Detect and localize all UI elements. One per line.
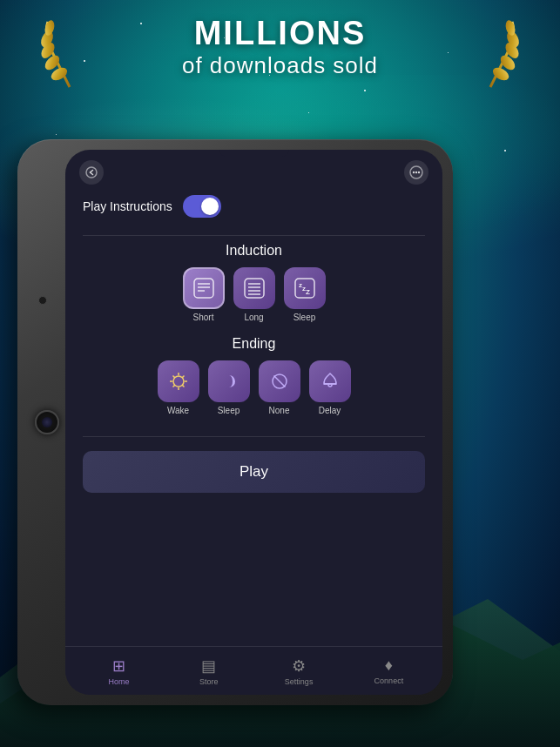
tab-home-icon: ⊞ [112,656,125,676]
divider-1 [83,235,425,236]
induction-short-label: Short [193,313,214,322]
tab-settings-icon: ⚙ [292,656,306,676]
screen-notch [219,150,289,157]
induction-icons: Short Long [83,267,425,322]
svg-point-12 [86,167,97,178]
tab-home-label: Home [109,677,130,686]
back-button[interactable] [79,160,104,185]
tab-connect-label: Connect [374,676,404,685]
ending-delay-button[interactable]: Delay [309,360,351,415]
ending-none-button[interactable]: None [259,360,300,415]
subheadline: of downloads sold [0,52,560,79]
tablet-device: Play Instructions Induction [17,139,453,705]
ending-wake-icon-box [158,360,199,402]
tab-bar: ⊞ Home ▤ Store ⚙ Settings ♦ Connect [65,646,442,695]
tab-store[interactable]: ▤ Store [164,656,253,686]
play-button[interactable]: Play [83,451,425,493]
induction-title: Induction [83,243,425,259]
tab-connect-icon: ♦ [385,656,393,675]
ending-sleep-icon-box [208,360,250,402]
ending-sleep-label: Sleep [218,406,240,415]
svg-line-37 [182,376,184,378]
rear-camera [35,410,59,434]
tab-store-label: Store [199,677,219,686]
more-button[interactable] [404,160,428,185]
ending-wake-button[interactable]: Wake [158,360,199,415]
induction-short-icon-box [183,267,225,309]
induction-section: Induction Short [65,243,442,336]
ending-delay-label: Delay [319,406,341,415]
induction-sleep-label: Sleep [293,313,316,322]
tab-store-icon: ▤ [201,656,216,676]
svg-line-35 [172,376,174,378]
induction-sleep-button[interactable]: z z Z Sleep [284,267,326,322]
svg-point-30 [173,376,184,387]
ending-none-icon-box [259,360,300,402]
induction-long-icon-box [233,267,275,309]
ending-delay-icon-box [309,360,351,402]
front-camera [38,296,47,305]
induction-long-button[interactable]: Long [233,267,275,322]
induction-sleep-icon-box: z z Z [284,267,326,309]
tab-home[interactable]: ⊞ Home [74,656,164,686]
svg-line-40 [273,376,285,387]
svg-point-14 [413,172,415,173]
svg-line-36 [182,385,184,387]
tab-settings-label: Settings [285,677,314,686]
svg-text:Z: Z [306,288,310,296]
play-instructions-toggle[interactable] [183,195,221,218]
ending-sleep-button[interactable]: Sleep [208,360,250,415]
header-text-block: MILLIONS of downloads sold [0,16,560,79]
svg-point-15 [415,172,417,173]
play-btn-container: Play [65,444,442,500]
play-instructions-label: Play Instructions [83,199,172,213]
tab-settings[interactable]: ⚙ Settings [254,656,344,686]
headline: MILLIONS [0,16,560,52]
svg-point-16 [418,172,420,173]
induction-short-button[interactable]: Short [183,267,225,322]
ending-none-label: None [269,406,290,415]
svg-line-38 [172,385,174,387]
svg-rect-17 [194,279,213,298]
tab-connect[interactable]: ♦ Connect [344,656,434,685]
induction-long-label: Long [244,313,263,322]
ending-title: Ending [83,336,425,352]
divider-2 [83,436,425,437]
tablet-container: Play Instructions Induction [17,139,453,705]
ending-wake-label: Wake [167,406,189,415]
ending-section: Ending [65,336,442,429]
ending-icons: Wake Sleep [83,360,425,415]
play-instructions-row: Play Instructions [65,192,442,228]
tablet-screen: Play Instructions Induction [65,150,442,695]
